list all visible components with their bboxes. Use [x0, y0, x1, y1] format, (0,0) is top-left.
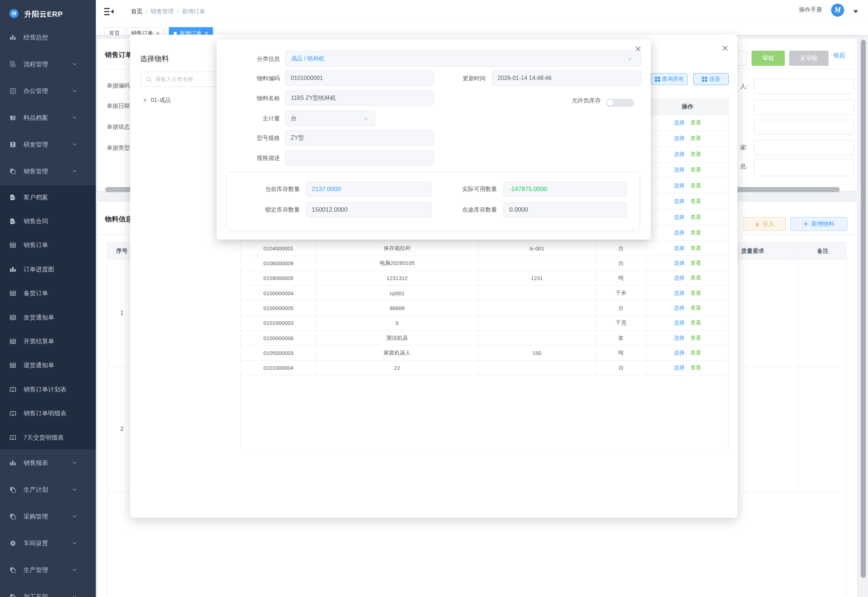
sidebar-subitem[interactable]: 订单进度图 [0, 257, 96, 281]
select-link[interactable]: 选择 [674, 260, 684, 267]
select-link[interactable]: 选择 [674, 304, 684, 312]
sidebar-item[interactable]: 销售报表 [0, 449, 96, 476]
select-link[interactable]: 选择 [674, 229, 684, 236]
material-row[interactable]: 0105000003 家庭机器人 150 吨 选择 查看 [241, 346, 728, 360]
view-link[interactable]: 查看 [690, 275, 701, 282]
view-link[interactable]: 查看 [690, 364, 701, 371]
material-row[interactable]: 0100000006 测试机器 套 选择 查看 [241, 331, 728, 346]
sidebar-item[interactable]: 加工车间 [0, 583, 96, 597]
category-tree-node[interactable]: 01-成品 [141, 95, 171, 105]
select-link[interactable]: 选择 [674, 183, 684, 189]
tree-caret-icon[interactable] [144, 98, 147, 102]
view-link[interactable]: 查看 [690, 151, 701, 158]
select-link[interactable]: 选择 [674, 119, 684, 126]
sidebar-item[interactable]: 流程管理 [0, 50, 96, 77]
sidebar-subitem[interactable]: 7天交货明细表 [0, 426, 96, 449]
view-link[interactable]: 查看 [690, 166, 701, 173]
sidebar-subitem[interactable]: 销售订单 [0, 233, 96, 257]
select-link[interactable]: 选择 [674, 198, 684, 205]
add-material-button[interactable]: 新增物料 [790, 217, 847, 231]
select-link[interactable]: 选择 [674, 245, 684, 252]
sidebar-item[interactable]: 车间设置 [0, 530, 96, 557]
import-button[interactable]: 引入 [743, 217, 785, 231]
tag-sales-order[interactable]: 销售订单 ✕ [127, 27, 164, 36]
sidebar-item[interactable]: 料品档案 [0, 104, 96, 131]
material-row[interactable]: 0109000005 1231312 1231 吨 选择 查看 [241, 271, 728, 286]
code-input[interactable]: 0101000001 [285, 71, 434, 86]
select-link[interactable]: 选择 [674, 135, 684, 142]
sidebar-subitem[interactable]: 发货通知单 [0, 305, 96, 329]
select-link[interactable]: 选择 [674, 290, 684, 297]
available-stock-input[interactable]: -147875.0000 [504, 182, 627, 197]
manual-link[interactable]: 操作手册 [799, 6, 822, 14]
material-row[interactable]: 0100000005 88888 台 选择 查看 [241, 301, 728, 315]
sidebar-subitem[interactable]: 备货订单 [0, 282, 96, 305]
view-link[interactable]: 查看 [690, 229, 701, 236]
avatar[interactable]: M [831, 4, 844, 16]
view-link[interactable]: 查看 [690, 119, 701, 126]
form-input[interactable] [754, 140, 854, 155]
sidebar-subitem[interactable]: 销售订单计划表 [0, 377, 96, 401]
tag-home[interactable]: 首页 [104, 27, 124, 36]
view-link[interactable]: 查看 [690, 198, 701, 205]
sidebar-item[interactable]: 生产计划 [0, 476, 96, 503]
breadcrumb-home[interactable]: 首页 [131, 8, 142, 16]
material-row[interactable]: 0100000004 cp001 千米 选择 查看 [241, 286, 728, 301]
name-input[interactable]: 118S ZY型纸杯机 [285, 91, 434, 105]
select-link[interactable]: 选择 [674, 214, 684, 221]
user-caret-icon[interactable] [853, 10, 858, 13]
sidebar-subitem[interactable]: 退货通知单 [0, 353, 96, 377]
select-link[interactable]: 选择 [674, 335, 684, 342]
view-link[interactable]: 查看 [690, 304, 701, 312]
view-link[interactable]: 查看 [690, 349, 701, 356]
sidebar-subitem[interactable]: 销售订单明细表 [0, 402, 96, 426]
dialog-close-icon[interactable]: ✕ [721, 44, 729, 53]
transit-stock-input[interactable]: 0.0000 [504, 202, 627, 217]
unaudit-button[interactable]: 反审核 [789, 50, 829, 66]
form-input[interactable] [754, 159, 854, 176]
multi-select-button[interactable]: 连选 [693, 73, 729, 85]
spec-desc-input[interactable] [285, 150, 434, 165]
view-link[interactable]: 查看 [690, 183, 701, 189]
current-stock-input[interactable]: 2137.0000 [306, 182, 431, 197]
model-input[interactable]: ZY型 [285, 130, 434, 146]
view-link[interactable]: 查看 [690, 319, 701, 326]
sidebar-subitem[interactable]: 客户档案 [0, 185, 96, 209]
view-link[interactable]: 查看 [690, 245, 701, 252]
sidebar-item[interactable]: 生产管理 [0, 557, 96, 583]
view-link[interactable]: 查看 [690, 290, 701, 297]
select-link[interactable]: 选择 [674, 349, 684, 356]
sidebar-item[interactable]: 销售管理 [0, 158, 96, 184]
update-time-input[interactable]: 2026-01-14 14:48:46 [492, 71, 641, 86]
unit-select[interactable]: 台 [285, 111, 375, 126]
select-link[interactable]: 选择 [674, 151, 684, 158]
material-row[interactable]: 0101000004 22 台 选择 查看 [241, 361, 728, 376]
sidebar-subitem[interactable]: 开票结算单 [0, 329, 96, 353]
sidebar-subitem[interactable]: 销售合同 [0, 209, 96, 233]
app-logo[interactable]: M 升阳云ERP [0, 0, 96, 24]
select-link[interactable]: 选择 [674, 275, 684, 282]
view-link[interactable]: 查看 [690, 335, 701, 342]
form-input[interactable] [754, 120, 854, 135]
form-input[interactable] [754, 79, 854, 94]
material-row[interactable]: 0104000001 保存箱拉杆 lx-001 台 选择 查看 [241, 241, 728, 256]
sidebar-item[interactable]: 研发管理 [0, 131, 96, 158]
tag-new-order[interactable]: 新增订单 ✕ [169, 27, 213, 36]
view-link[interactable]: 查看 [690, 214, 701, 221]
neg-stock-toggle[interactable] [606, 99, 634, 107]
view-link[interactable]: 查看 [690, 260, 701, 267]
material-row[interactable]: 0101000003 5 千克 选择 查看 [241, 316, 728, 331]
page-scrollbar-thumb[interactable] [861, 40, 866, 578]
audit-button[interactable]: 审核 [751, 50, 785, 66]
view-link[interactable]: 查看 [690, 135, 701, 142]
form-input[interactable] [754, 100, 854, 114]
select-link[interactable]: 选择 [674, 319, 684, 326]
collapse-link[interactable]: 收起 [833, 51, 846, 59]
sidebar-item[interactable]: 采购管理 [0, 503, 96, 530]
sidebar-item[interactable]: 办公管理 [0, 77, 96, 104]
material-row[interactable]: 0106000009 电脑20260105 台 选择 查看 [241, 256, 728, 271]
select-link[interactable]: 选择 [674, 364, 684, 371]
sidebar-item[interactable]: 经营总控 [0, 24, 96, 50]
query-all-button[interactable]: 查询所有 [651, 73, 687, 85]
select-link[interactable]: 选择 [674, 166, 684, 173]
